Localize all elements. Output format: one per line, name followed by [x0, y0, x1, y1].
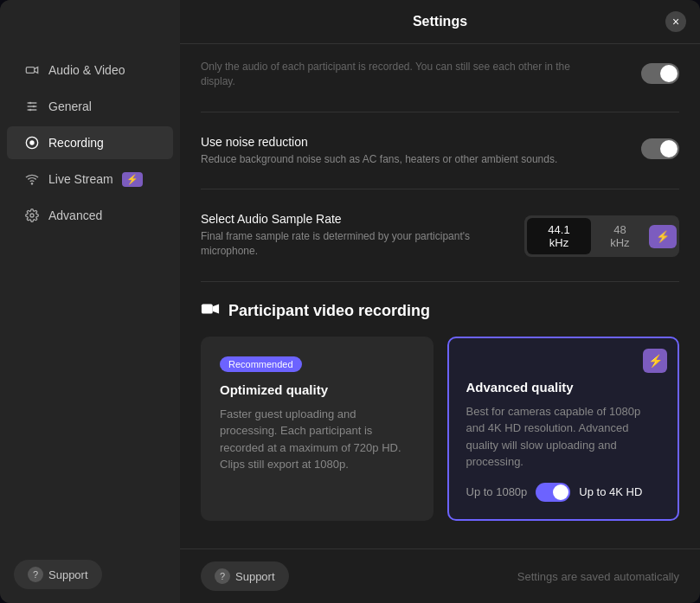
- svg-marker-12: [213, 304, 219, 313]
- sidebar-bottom: ? Support: [0, 546, 180, 603]
- sample-rate-group: 44.1 kHz 48 kHz ⚡: [524, 215, 679, 257]
- toggle-option2-label: Up to 4K HD: [579, 485, 642, 498]
- sliders-icon: [24, 99, 40, 114]
- advanced-card-title: Advanced quality: [466, 380, 661, 395]
- modal-header: Settings ×: [180, 0, 700, 44]
- svg-point-6: [29, 109, 32, 112]
- noise-reduction-toggle[interactable]: [641, 138, 679, 159]
- footer-status: Settings are saved automatically: [517, 570, 679, 583]
- participant-video-title: Participant video recording: [201, 282, 679, 337]
- participant-video-section: Participant video recording Recommended …: [201, 282, 679, 521]
- svg-point-5: [33, 106, 35, 108]
- top-setting-row: Only the audio of each participant is re…: [201, 51, 679, 98]
- quality-toggle[interactable]: [536, 483, 570, 502]
- gear-icon: [24, 208, 40, 223]
- sidebar-item-label: Live Stream: [48, 172, 113, 186]
- noise-reduction-row: Use noise reduction Reduce background no…: [201, 126, 679, 176]
- svg-point-10: [30, 214, 34, 217]
- rate-premium-button[interactable]: ⚡: [649, 225, 677, 248]
- rate-44khz-button[interactable]: 44.1 kHz: [527, 218, 591, 254]
- footer-support-button[interactable]: ? Support: [201, 561, 289, 591]
- sidebar-item-advanced[interactable]: Advanced: [7, 199, 173, 232]
- sidebar: Audio & Video General: [0, 0, 180, 603]
- sample-rate-text: Select Audio Sample Rate Final frame sam…: [201, 212, 524, 259]
- footer-question-icon: ?: [215, 568, 230, 584]
- sidebar-item-label: Audio & Video: [48, 63, 125, 77]
- support-label: Support: [48, 568, 88, 581]
- sidebar-item-label: General: [48, 99, 92, 113]
- svg-point-9: [31, 183, 32, 184]
- modal-footer: ? Support Settings are saved automatical…: [180, 548, 700, 603]
- settings-content: Only the audio of each participant is re…: [180, 44, 700, 548]
- optimized-quality-card[interactable]: Recommended Optimized quality Faster gue…: [201, 337, 433, 521]
- modal-overlay: Audio & Video General: [0, 0, 700, 603]
- sidebar-item-audio-video[interactable]: Audio & Video: [7, 54, 173, 87]
- generate-backups-row: Generate internet backups When enabled, …: [201, 538, 679, 548]
- sidebar-item-recording[interactable]: Recording: [7, 126, 173, 159]
- svg-rect-11: [202, 304, 213, 313]
- advanced-lightning-icon: ⚡: [648, 354, 663, 368]
- circle-dot-icon: [24, 135, 40, 151]
- support-button[interactable]: ? Support: [14, 560, 102, 589]
- sidebar-item-label: Recording: [48, 136, 104, 150]
- settings-modal: Audio & Video General: [0, 0, 700, 603]
- noise-reduction-label: Use noise reduction: [201, 135, 557, 149]
- sidebar-item-general[interactable]: General: [7, 90, 173, 123]
- sidebar-item-label: Advanced: [48, 208, 102, 222]
- top-toggle[interactable]: [641, 63, 679, 84]
- toggle-option1-label: Up to 1080p: [466, 485, 528, 498]
- top-section: Only the audio of each participant is re…: [201, 44, 679, 112]
- video-icon: [24, 62, 40, 78]
- optimized-card-desc: Faster guest uploading and processing. E…: [220, 406, 414, 473]
- sample-rate-section: Select Audio Sample Rate Final frame sam…: [201, 189, 679, 282]
- advanced-card-toggle-row: Up to 1080p Up to 4K HD: [466, 483, 661, 502]
- optimized-card-title: Optimized quality: [220, 382, 414, 397]
- close-button[interactable]: ×: [665, 11, 686, 32]
- participant-video-label: Participant video recording: [228, 302, 430, 320]
- question-icon: ?: [28, 567, 43, 582]
- premium-lightning-icon: ⚡: [656, 230, 670, 243]
- sidebar-item-live-stream[interactable]: Live Stream ⚡: [7, 163, 173, 196]
- svg-rect-0: [26, 67, 34, 74]
- sample-rate-label: Select Audio Sample Rate: [201, 212, 524, 226]
- advanced-premium-icon: ⚡: [643, 349, 667, 373]
- recommended-badge: Recommended: [220, 356, 302, 372]
- noise-reduction-text: Use noise reduction Reduce background no…: [201, 135, 557, 167]
- modal-title: Settings: [413, 14, 467, 29]
- generate-backups-section: Generate internet backups When enabled, …: [201, 521, 679, 548]
- live-stream-badge: ⚡: [122, 172, 143, 187]
- sample-rate-row: Select Audio Sample Rate Final frame sam…: [201, 203, 679, 267]
- advanced-card-desc: Best for cameras capable of 1080p and 4K…: [466, 403, 661, 471]
- video-quality-cards: Recommended Optimized quality Faster gue…: [201, 337, 679, 521]
- lightning-icon: ⚡: [126, 174, 138, 185]
- rate-48khz-button[interactable]: 48 kHz: [593, 218, 647, 254]
- main-content: Settings × Only the audio of each partic…: [180, 0, 700, 603]
- advanced-quality-card[interactable]: ⚡ Advanced quality Best for cameras capa…: [447, 337, 680, 521]
- sample-rate-desc: Final frame sample rate is determined by…: [201, 229, 524, 259]
- noise-reduction-section: Use noise reduction Reduce background no…: [201, 112, 679, 190]
- top-section-desc: Only the audio of each participant is re…: [201, 60, 599, 89]
- rate-48khz-label: 48 kHz: [610, 223, 629, 249]
- video-camera-icon: [201, 299, 220, 323]
- footer-support-label: Support: [235, 570, 275, 583]
- wifi-icon: [24, 171, 40, 187]
- svg-point-8: [29, 140, 34, 144]
- noise-reduction-desc: Reduce background noise such as AC fans,…: [201, 152, 557, 167]
- svg-point-4: [29, 102, 32, 105]
